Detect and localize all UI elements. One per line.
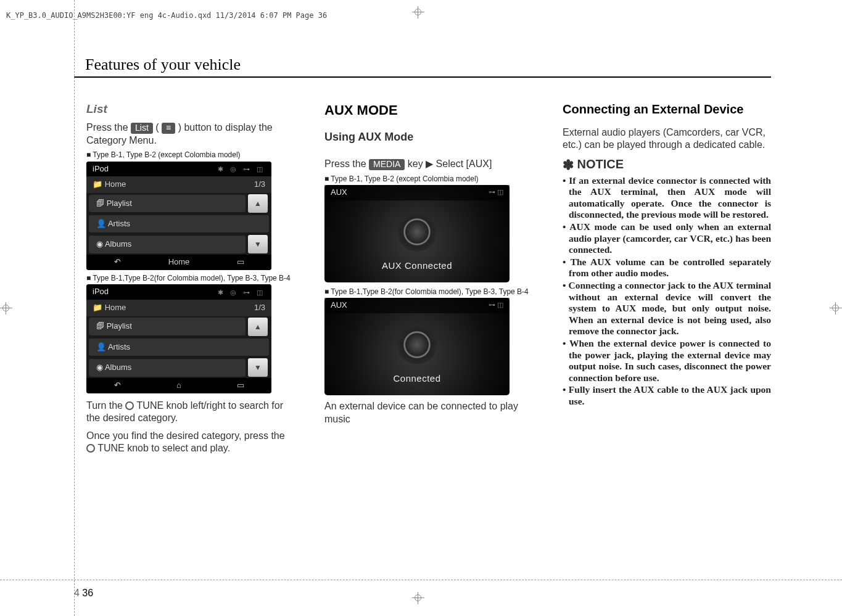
page-num: 36: [82, 588, 93, 598]
home-icon: ⌂: [148, 380, 210, 391]
down-arrow-icon: ▼: [248, 235, 268, 253]
crop-line-v: [74, 0, 75, 616]
star-icon: ✽: [563, 157, 574, 173]
registration-mark-top: [412, 6, 424, 18]
txt: Artists: [108, 342, 130, 351]
caption-1: ■ Type B-1, Type B-2 (except Colombia mo…: [86, 150, 295, 160]
artists-item: 👤 Artists: [89, 339, 269, 356]
aux-mode-heading: AUX MODE: [324, 102, 533, 119]
txt: ): [178, 122, 181, 133]
turn-tune-text: Turn the TUNE knob left/right to search …: [86, 400, 295, 425]
artists-item: 👤 Artists: [89, 215, 269, 233]
home-row: 📁 Home: [93, 179, 126, 190]
albums-item: ◉ Albums: [89, 236, 246, 253]
bullet-item: When the external device power is connec…: [563, 338, 771, 384]
aux-screenshot-1: AUX ⊶ ◫ AUX Connected: [324, 185, 510, 282]
registration-mark-right: [830, 302, 842, 314]
albums-item: ◉ Albums: [89, 359, 246, 377]
txt: Home: [105, 179, 126, 189]
up-arrow-icon: ▲: [248, 194, 268, 213]
txt: key ▶ Select [AUX]: [408, 158, 492, 169]
aux-connected-text: AUX Connected: [324, 260, 510, 271]
disc-icon: [397, 325, 437, 364]
home-button: Home: [148, 257, 210, 268]
txt: Artists: [108, 219, 130, 228]
back-icon: ↶: [86, 257, 148, 268]
txt: Press the: [324, 158, 369, 169]
list-keycap: List: [131, 123, 153, 134]
crop-line-h: [0, 580, 842, 580]
status-icons: ⊶ ◫: [489, 300, 503, 311]
page-title: Features of your vehicle: [85, 55, 241, 74]
list-icon-keycap: ≡: [162, 123, 175, 134]
txt: Turn the: [86, 400, 125, 411]
using-aux-subhead: Using AUX Mode: [324, 130, 533, 144]
txt: Playlist: [107, 321, 132, 331]
status-icons: ✱ ◎ ⊶ ◫: [218, 288, 265, 297]
column-1: List Press the List ( ≡ ) button to disp…: [86, 102, 295, 455]
menu-icon: ▭: [210, 380, 271, 391]
connected-text: Connected: [324, 372, 510, 384]
section-number: 4: [74, 588, 80, 598]
txt: (: [155, 122, 159, 133]
column-3: Connecting an External Device External a…: [563, 102, 771, 455]
print-header: K_YP_B3.0_AUDIO_A9MS2H3E00:YF eng 4c-Aud…: [6, 11, 327, 20]
press-media-text: Press the MEDIA key ▶ Select [AUX]: [324, 158, 533, 170]
back-icon: ↶: [86, 380, 148, 391]
disc-icon: [397, 212, 437, 252]
txt: Home: [105, 303, 126, 312]
page-count: 1/3: [254, 179, 265, 190]
content-columns: List Press the List ( ≡ ) button to disp…: [86, 102, 771, 455]
bullet-item: The AUX volume can be controlled separat…: [563, 257, 771, 279]
connecting-heading: Connecting an External Device: [563, 102, 771, 118]
column-2: AUX MODE Using AUX Mode Press the MEDIA …: [324, 102, 533, 455]
txt: Once you find the desired category, pres…: [86, 430, 285, 441]
aux-title: AUX: [331, 300, 347, 311]
status-icons: ✱ ◎ ⊶ ◫: [218, 165, 265, 173]
aux-screenshot-2: AUX ⊶ ◫ Connected: [324, 298, 510, 395]
txt: Press the: [86, 122, 131, 133]
notice-bullets: If an external device connector is conne…: [563, 175, 771, 408]
list-heading: List: [86, 102, 295, 117]
bullet-item: If an external device connector is conne…: [563, 175, 771, 221]
registration-mark-bottom: [412, 592, 424, 604]
txt: Albums: [105, 239, 131, 248]
playlist-item: 🗐 Playlist: [89, 318, 246, 335]
media-keycap: MEDIA: [369, 159, 405, 170]
caption-2: ■ Type B-1,Type B-2(for Colombia model),…: [86, 274, 295, 283]
list-press-text: Press the List ( ≡ ) button to display t…: [86, 121, 295, 147]
knob-icon: [86, 444, 95, 453]
ipod-title: iPod: [93, 164, 109, 175]
external-device-text: An external device can be connected to p…: [324, 400, 533, 425]
registration-mark-left: [0, 302, 12, 314]
once-find-text: Once you find the desired category, pres…: [86, 430, 295, 455]
aux-title: AUX: [331, 187, 347, 198]
intro-text: External audio players (Camcorders, car …: [563, 126, 771, 152]
bullet-item: Connecting a connector jack to the AUX t…: [563, 280, 771, 337]
title-underline: [74, 76, 771, 78]
txt: TUNE knob to select and play.: [97, 443, 230, 453]
home-row: 📁 Home: [93, 303, 126, 313]
ipod-title: iPod: [93, 287, 109, 297]
status-icons: ⊶ ◫: [489, 187, 503, 198]
txt: NOTICE: [577, 157, 624, 171]
playlist-item: 🗐 Playlist: [89, 195, 246, 213]
notice-heading: ✽ NOTICE: [563, 157, 771, 174]
down-arrow-icon: ▼: [248, 358, 268, 377]
up-arrow-icon: ▲: [248, 318, 268, 336]
menu-icon: ▭: [210, 257, 271, 268]
txt: Albums: [105, 363, 131, 372]
page-count: 1/3: [254, 303, 265, 313]
knob-icon: [125, 401, 134, 410]
aux-caption-1: ■ Type B-1, Type B-2 (except Colombia mo…: [324, 175, 533, 184]
bullet-item: AUX mode can be used only when an extern…: [563, 221, 771, 256]
ipod-screenshot-2: iPod ✱ ◎ ⊶ ◫ 📁 Home 1/3 🗐 Playlist ▲ 👤 A…: [86, 284, 271, 393]
page-number: 4 36: [74, 588, 93, 599]
txt: Playlist: [107, 199, 132, 208]
bullet-item: Fully insert the AUX cable to the AUX ja…: [563, 384, 771, 407]
ipod-screenshot-1: iPod ✱ ◎ ⊶ ◫ 📁 Home 1/3 🗐 Playlist ▲ 👤 A…: [86, 162, 271, 271]
aux-caption-2: ■ Type B-1,Type B-2(for Colombia model),…: [324, 287, 533, 297]
